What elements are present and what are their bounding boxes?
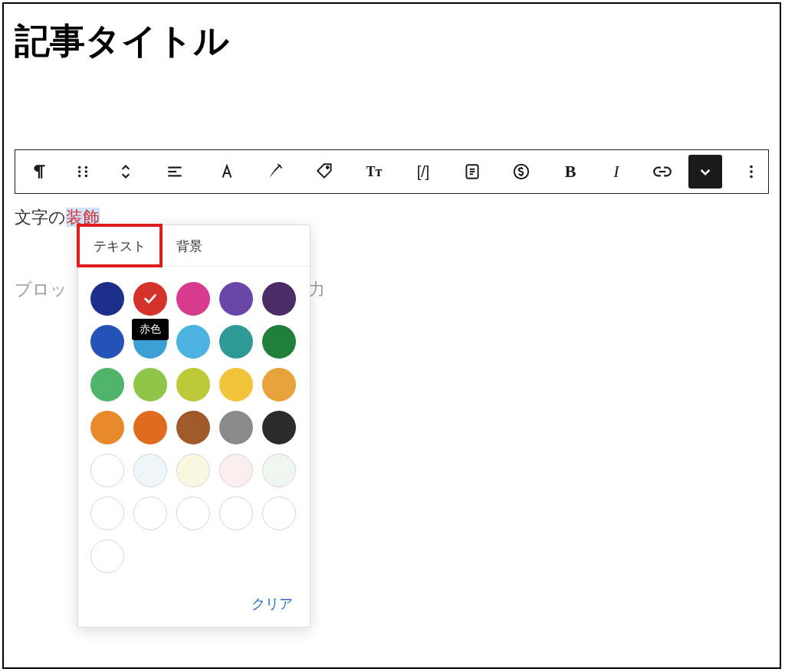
swatch-teal[interactable] xyxy=(219,325,253,359)
toolbar-group-align xyxy=(150,150,199,193)
align-icon[interactable] xyxy=(155,152,195,192)
paragraph-prefix: 文字の xyxy=(15,208,66,227)
paragraph-block-icon[interactable] xyxy=(20,152,60,192)
placeholder-right: 力 xyxy=(308,280,325,299)
swatch-empty-1[interactable] xyxy=(90,497,124,530)
swatch-grid: 赤色 xyxy=(78,267,310,578)
swatch-empty-6[interactable] xyxy=(90,539,124,573)
color-popover: テキスト 背景 赤色 クリア xyxy=(77,225,310,628)
swatch-yellow[interactable] xyxy=(219,368,253,402)
svg-point-6 xyxy=(327,166,329,169)
more-dropdown-button[interactable] xyxy=(688,155,722,188)
svg-point-1 xyxy=(85,166,87,169)
swatch-empty-3[interactable] xyxy=(176,497,210,530)
svg-point-2 xyxy=(78,170,80,172)
swatch-dark-green[interactable] xyxy=(262,325,296,359)
tag-icon[interactable] xyxy=(302,152,348,192)
swatch-pale-green[interactable] xyxy=(262,454,296,487)
toolbar-group-block xyxy=(15,150,150,193)
svg-point-11 xyxy=(750,175,753,179)
swatch-dark-orange[interactable] xyxy=(133,411,167,444)
swatch-empty-2[interactable] xyxy=(133,497,167,530)
swatch-light-blue[interactable] xyxy=(176,325,210,359)
note-icon[interactable] xyxy=(449,152,495,192)
swatch-blue[interactable] xyxy=(90,325,124,359)
clear-button[interactable]: クリア xyxy=(251,596,293,611)
shortcode-icon[interactable]: [/] xyxy=(400,152,446,192)
options-icon[interactable] xyxy=(731,152,771,192)
swatch-black[interactable] xyxy=(262,411,296,444)
svg-point-4 xyxy=(78,175,80,177)
swatch-empty-4[interactable] xyxy=(219,497,253,530)
swatch-navy[interactable] xyxy=(90,282,124,316)
highlight-icon[interactable] xyxy=(253,152,299,192)
swatch-pale-blue[interactable] xyxy=(133,454,167,487)
block-toolbar: Tт [/] B I xyxy=(15,149,769,194)
svg-point-0 xyxy=(78,166,80,169)
swatch-tooltip: 赤色 xyxy=(132,319,169,340)
placeholder-left: ブロッ xyxy=(15,280,67,299)
check-icon xyxy=(133,282,167,316)
color-tabs: テキスト 背景 xyxy=(78,225,310,267)
swatch-brown[interactable] xyxy=(176,411,210,444)
drag-handle-icon[interactable] xyxy=(63,152,103,192)
editor-frame: 記事タイトル xyxy=(2,2,781,669)
swatch-pale-pink[interactable] xyxy=(219,454,253,487)
tab-text[interactable]: テキスト xyxy=(78,225,161,266)
toolbar-group-options xyxy=(727,150,776,193)
bold-button[interactable]: B xyxy=(547,152,593,192)
font-size-icon[interactable]: Tт xyxy=(351,152,397,192)
currency-icon[interactable] xyxy=(498,152,544,192)
swatch-gray[interactable] xyxy=(219,411,253,444)
swatch-purple[interactable] xyxy=(219,282,253,316)
swatch-pink[interactable] xyxy=(176,282,210,316)
svg-point-5 xyxy=(85,175,87,177)
swatch-empty-5[interactable] xyxy=(262,497,296,530)
clear-row: クリア xyxy=(78,578,310,619)
swatch-orange[interactable] xyxy=(90,411,124,444)
toolbar-group-format: Tт [/] B I xyxy=(199,150,727,193)
tab-background[interactable]: 背景 xyxy=(161,225,218,266)
swatch-dark-purple[interactable] xyxy=(262,282,296,316)
swatch-gold[interactable] xyxy=(262,368,296,402)
post-title[interactable]: 記事タイトル xyxy=(15,18,780,65)
link-button[interactable] xyxy=(639,152,685,192)
swatch-yellow-green[interactable] xyxy=(176,368,210,402)
svg-point-3 xyxy=(85,170,87,172)
text-color-icon[interactable] xyxy=(204,152,250,192)
swatch-green[interactable] xyxy=(90,368,124,402)
swatch-pale-yellow[interactable] xyxy=(176,454,210,487)
move-updown-icon[interactable] xyxy=(106,152,146,192)
swatch-lime[interactable] xyxy=(133,368,167,402)
editor-content[interactable]: 文字の装飾 ブロッ 力 テキスト 背景 赤色 クリア xyxy=(15,206,769,229)
swatch-red[interactable]: 赤色 xyxy=(133,282,167,316)
italic-button[interactable]: I xyxy=(596,152,636,192)
svg-point-10 xyxy=(750,170,753,173)
svg-point-9 xyxy=(750,166,753,169)
swatch-white[interactable] xyxy=(90,454,124,487)
